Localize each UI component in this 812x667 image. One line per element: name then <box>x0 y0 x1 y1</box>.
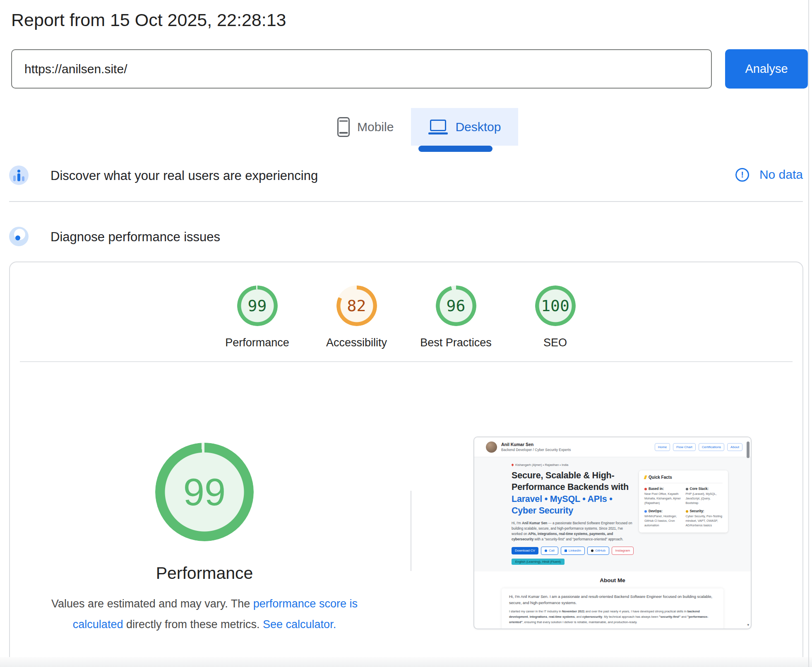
location-pin-icon <box>511 463 514 466</box>
preview-download-cv-button: Download CV <box>512 547 538 554</box>
preview-hero-heading: Secure, Scalable & High-Performance Back… <box>512 470 632 517</box>
tab-desktop-label: Desktop <box>455 120 501 134</box>
device-tabs: Mobile Desktop <box>324 108 518 146</box>
section-divider <box>9 201 803 202</box>
quick-fact-devops: DevOps: WHM/cPanel, Hostinger, GitHub CI… <box>644 509 682 528</box>
tools-icon <box>686 488 688 490</box>
preview-call-button: Call <box>541 547 558 555</box>
avatar <box>486 441 497 453</box>
phone-icon <box>545 549 547 552</box>
performance-big-score: 99 <box>183 470 226 514</box>
lab-section-header: Diagnose performance issues <box>9 226 803 250</box>
tab-mobile[interactable]: Mobile <box>324 108 407 146</box>
lab-report-card: 99 Performance 82 Accessibility 96 Best … <box>9 262 803 667</box>
bottom-strip <box>0 657 812 667</box>
preview-hero-buttons: Download CV Call LinkedIn GitHub Instagr… <box>512 547 632 555</box>
performance-detail-title: Performance <box>156 564 253 583</box>
preview-github-button: GitHub <box>587 547 609 555</box>
quick-fact-core-stack: Core Stack: PHP (Laravel), MySQL, JavaSc… <box>686 487 723 505</box>
about-me-card: Hi, I'm Anil Kumar Sen. I am a passionat… <box>502 588 723 629</box>
tab-desktop[interactable]: Desktop <box>411 108 518 146</box>
score-item-performance[interactable]: 99 Performance <box>208 286 307 349</box>
preview-site-name: Anil Kumar Sen <box>501 442 571 448</box>
preview-hero-intro: Hi, I'm Anil Kumar Sen — a passionate Ba… <box>512 521 632 542</box>
preview-site-nav: Home Flow Chart Certifications About <box>655 443 742 451</box>
vertical-divider <box>411 491 411 571</box>
active-tab-indicator <box>418 146 492 152</box>
quick-fact-based-in: Based in: Near Post Office, Kayasth Moha… <box>644 487 682 505</box>
preview-nav-certifications: Certifications <box>699 443 724 451</box>
about-me-title: About Me <box>474 577 751 583</box>
preview-instagram-button: Instagram <box>612 547 634 555</box>
accessibility-label: Accessibility <box>326 336 387 349</box>
quick-fact-security: Security: Cyber Security, Pen-Testing mi… <box>686 509 723 528</box>
lightning-icon <box>644 475 647 479</box>
preview-site-role: Backend Developer / Cyber Security Exper… <box>501 448 571 452</box>
mobile-phone-icon <box>337 117 350 137</box>
preview-site-header: Anil Kumar Sen Backend Developer / Cyber… <box>474 437 751 457</box>
performance-gauge: 99 <box>237 286 278 326</box>
preview-nav-about: About <box>727 443 742 451</box>
best-practices-label: Best Practices <box>420 336 492 349</box>
github-icon <box>591 549 593 552</box>
lab-title: Diagnose performance issues <box>50 230 220 245</box>
seo-score: 100 <box>541 297 569 315</box>
real-users-icon <box>9 166 29 185</box>
about-paragraph-1: Hi, I'm Anil Kumar Sen. I am a passionat… <box>509 594 716 606</box>
preview-about-section: About Me Hi, I'm Anil Kumar Sen. I am a … <box>474 571 751 629</box>
score-item-accessibility[interactable]: 82 Accessibility <box>307 286 406 349</box>
desktop-laptop-icon <box>428 118 448 136</box>
about-paragraph-2: I started my career in the IT industry i… <box>509 609 716 625</box>
seo-gauge: 100 <box>535 286 576 326</box>
field-data-title: Discover what your real users are experi… <box>50 168 318 183</box>
pin-icon <box>644 488 647 490</box>
preview-scrollbar-thumb <box>747 441 750 458</box>
card-divider <box>20 361 793 362</box>
preview-quick-facts-card: Quick Facts Based in: Near Post Office, … <box>639 470 728 533</box>
accessibility-gauge: 82 <box>336 286 377 326</box>
performance-description[interactable]: Values are estimated and may vary. The p… <box>45 594 364 635</box>
accessibility-score: 82 <box>347 297 366 315</box>
preview-hero-section: Kishangarh (Ajmer) • Rajasthan • India S… <box>474 457 751 571</box>
lock-icon <box>686 510 688 513</box>
category-scores-row: 99 Performance 82 Accessibility 96 Best … <box>208 286 605 349</box>
preview-scroll-down-icon: ▾ <box>747 623 749 627</box>
quick-facts-title: Quick Facts <box>644 475 723 483</box>
preview-nav-home: Home <box>655 443 670 451</box>
performance-big-gauge: 99 <box>155 443 254 541</box>
preview-language-badge: English (Learning), Hindi (Fluent) <box>512 559 565 565</box>
best-practices-gauge: 96 <box>436 286 476 326</box>
no-data-link[interactable]: No data <box>759 168 803 182</box>
performance-label: Performance <box>225 336 289 349</box>
gear-icon <box>644 510 647 513</box>
seo-label: SEO <box>543 336 567 349</box>
preview-location: Kishangarh (Ajmer) • Rajasthan • India <box>512 463 632 467</box>
speedometer-icon <box>9 227 29 246</box>
best-practices-score: 96 <box>447 297 466 315</box>
analyse-button[interactable]: Analyse <box>725 49 808 89</box>
score-item-best-practices[interactable]: 96 Best Practices <box>406 286 506 349</box>
info-icon[interactable]: ! <box>735 168 749 182</box>
linkedin-icon <box>565 549 567 552</box>
performance-detail-column: 99 Performance Values are estimated and … <box>10 443 399 667</box>
preview-linkedin-button: LinkedIn <box>561 547 585 555</box>
site-screenshot-preview: Anil Kumar Sen Backend Developer / Cyber… <box>473 437 752 629</box>
tab-mobile-label: Mobile <box>357 120 394 134</box>
url-input[interactable] <box>11 49 712 89</box>
page-title: Report from 15 Oct 2025, 22:28:13 <box>11 10 286 30</box>
page-scrollbar[interactable] <box>808 0 809 667</box>
field-data-section-header: Discover what your real users are experi… <box>9 165 803 189</box>
preview-nav-flow-chart: Flow Chart <box>673 443 696 451</box>
score-item-seo[interactable]: 100 SEO <box>506 286 605 349</box>
pagespeed-report-page: Report from 15 Oct 2025, 22:28:13 Analys… <box>0 0 812 667</box>
performance-score: 99 <box>248 297 267 315</box>
